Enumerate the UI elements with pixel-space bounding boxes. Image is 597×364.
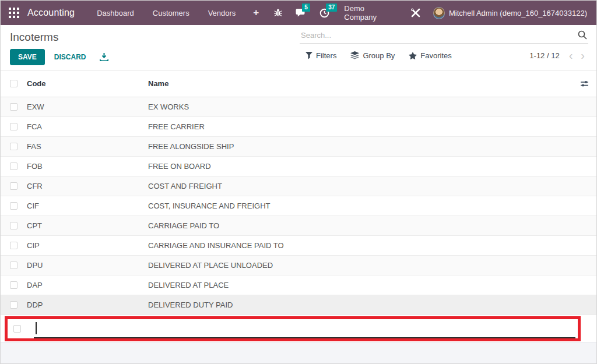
favorites-button[interactable]: Favorites: [402, 51, 458, 60]
row-checkbox[interactable]: [10, 222, 17, 229]
favorites-label: Favorites: [420, 51, 451, 60]
row-code-cell[interactable]: CFR: [27, 182, 148, 190]
row-name-cell[interactable]: FREE ON BOARD: [148, 162, 596, 171]
table-row[interactable]: CPT CARRIAGE PAID TO: [1, 216, 596, 236]
row-checkbox[interactable]: [10, 202, 17, 210]
navbar-right: 5 37 Demo Company: [267, 1, 596, 25]
row-checkbox-cell: [1, 103, 27, 111]
row-code-cell[interactable]: EXW: [27, 103, 148, 111]
search-input[interactable]: [301, 31, 578, 40]
row-code-cell[interactable]: DPU: [27, 261, 148, 270]
row-checkbox-cell: [1, 281, 27, 289]
pager-previous-button[interactable]: ‹: [566, 51, 577, 60]
star-icon: [409, 52, 417, 59]
row-checkbox[interactable]: [10, 301, 17, 309]
row-name-cell[interactable]: COST, INSURANCE AND FREIGHT: [148, 202, 596, 210]
row-checkbox[interactable]: [10, 103, 17, 111]
table-row[interactable]: CIP CARRIAGE AND INSURANCE PAID TO: [1, 236, 596, 256]
table-row[interactable]: FCA FREE CARRIER: [1, 117, 596, 137]
nav-item-customers[interactable]: Customers: [143, 9, 199, 17]
activities-count-badge: 37: [326, 3, 337, 12]
table-row[interactable]: FAS FREE ALONGSIDE SHIP: [1, 137, 596, 157]
row-code-cell[interactable]: CPT: [27, 221, 148, 230]
activities-button[interactable]: 37: [313, 1, 336, 25]
row-name-cell[interactable]: FREE CARRIER: [148, 122, 596, 131]
new-row-code-input[interactable]: [34, 319, 575, 338]
row-name-cell[interactable]: COST AND FREIGHT: [148, 182, 596, 190]
export-button[interactable]: [95, 51, 113, 64]
filters-button[interactable]: Filters: [300, 51, 343, 60]
app-title[interactable]: Accounting: [27, 8, 87, 18]
user-menu[interactable]: Mitchell Admin (demo_160_1674033122): [449, 9, 591, 17]
control-panel-right: Filters Group By Favorites: [298, 25, 596, 70]
search-options-row: Filters Group By Favorites: [300, 51, 588, 60]
row-name-cell[interactable]: FREE ALONGSIDE SHIP: [148, 142, 596, 151]
row-code-cell[interactable]: DDP: [27, 301, 148, 309]
row-name-cell[interactable]: DELIVERED DUTY PAID: [148, 301, 596, 309]
row-name-cell[interactable]: CARRIAGE PAID TO: [148, 221, 596, 230]
row-checkbox[interactable]: [10, 261, 17, 269]
optional-columns-button[interactable]: [572, 80, 596, 87]
new-row-checkbox-cell: [8, 325, 34, 333]
developer-tools-button[interactable]: [404, 1, 427, 25]
row-checkbox[interactable]: [10, 242, 17, 249]
row-code-cell[interactable]: FOB: [27, 162, 148, 171]
row-checkbox-cell: [1, 123, 27, 130]
table-header: Code Name: [1, 70, 596, 97]
pager-next-button[interactable]: ›: [577, 51, 588, 60]
messages-count-badge: 5: [302, 3, 310, 12]
table-row[interactable]: CIF COST, INSURANCE AND FREIGHT: [1, 196, 596, 216]
control-panel: Incoterms SAVE DISCARD: [1, 25, 596, 70]
select-all-checkbox[interactable]: [10, 80, 17, 87]
search-icon[interactable]: [578, 30, 587, 40]
row-name-cell[interactable]: DELIVERED AT PLACE UNLOADED: [148, 261, 596, 270]
table-row[interactable]: DPU DELIVERED AT PLACE UNLOADED: [1, 256, 596, 275]
row-checkbox[interactable]: [10, 143, 17, 150]
row-checkbox[interactable]: [10, 182, 17, 190]
row-code-cell[interactable]: CIF: [27, 202, 148, 210]
row-checkbox-cell: [1, 242, 27, 249]
table-row[interactable]: FOB FREE ON BOARD: [1, 157, 596, 176]
discard-button[interactable]: DISCARD: [47, 50, 93, 65]
nav-item-plus[interactable]: +: [245, 7, 267, 19]
row-checkbox-cell: [1, 202, 27, 210]
row-code-cell[interactable]: DAP: [27, 281, 148, 289]
user-avatar[interactable]: [433, 7, 445, 19]
company-switcher[interactable]: Demo Company: [336, 4, 404, 22]
new-row-checkbox[interactable]: [13, 325, 21, 333]
column-header-code[interactable]: Code: [27, 79, 148, 88]
column-header-name[interactable]: Name: [148, 79, 572, 88]
table-row[interactable]: DDP DELIVERED DUTY PAID: [1, 295, 596, 315]
table-row[interactable]: EXW EX WORKS: [1, 97, 596, 117]
row-checkbox-cell: [1, 301, 27, 309]
row-code-cell[interactable]: FAS: [27, 142, 148, 151]
top-navbar: Accounting Dashboard Customers Vendors +: [1, 1, 596, 25]
messages-button[interactable]: 5: [289, 1, 313, 25]
row-code-cell[interactable]: CIP: [27, 241, 148, 250]
save-button[interactable]: SAVE: [10, 49, 45, 65]
debug-menu-button[interactable]: [267, 1, 289, 25]
control-panel-left: Incoterms SAVE DISCARD: [1, 25, 298, 70]
nav-item-dashboard[interactable]: Dashboard: [87, 9, 143, 17]
navbar-left: Accounting Dashboard Customers Vendors +: [1, 1, 267, 25]
row-name-cell[interactable]: CARRIAGE AND INSURANCE PAID TO: [148, 241, 596, 250]
table-row[interactable]: CFR COST AND FREIGHT: [1, 176, 596, 196]
download-icon: [100, 53, 108, 62]
group-by-label: Group By: [363, 51, 395, 60]
row-checkbox[interactable]: [10, 162, 17, 170]
row-checkbox[interactable]: [10, 281, 17, 289]
layers-icon: [350, 51, 359, 59]
sliders-icon: [580, 80, 589, 87]
row-checkbox[interactable]: [10, 123, 17, 130]
filter-funnel-icon: [305, 52, 312, 59]
row-code-cell[interactable]: FCA: [27, 122, 148, 131]
row-name-cell[interactable]: EX WORKS: [148, 103, 596, 111]
bug-icon: [273, 8, 283, 17]
table-row[interactable]: DAP DELIVERED AT PLACE: [1, 275, 596, 295]
page-title: Incoterms: [10, 31, 289, 44]
header-checkbox-cell: [1, 80, 27, 87]
nav-item-vendors[interactable]: Vendors: [199, 9, 245, 17]
apps-menu-icon[interactable]: [1, 1, 27, 25]
row-name-cell[interactable]: DELIVERED AT PLACE: [148, 281, 596, 289]
group-by-button[interactable]: Group By: [343, 51, 402, 60]
